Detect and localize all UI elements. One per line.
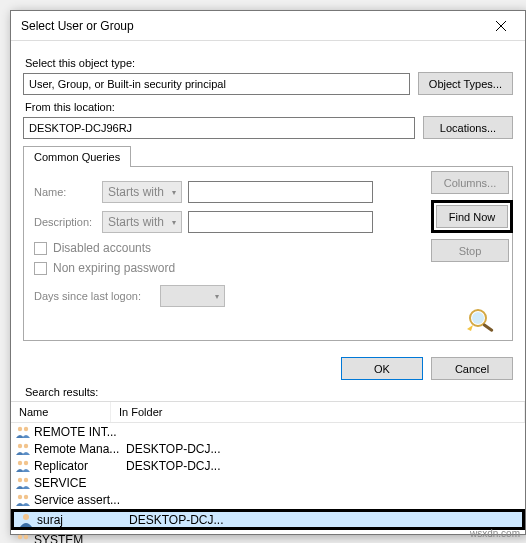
days-since-logon-combo[interactable]: ▾ xyxy=(160,285,225,307)
cell-folder: DESKTOP-DCJ... xyxy=(129,513,518,527)
cell-folder: DESKTOP-DCJ... xyxy=(126,442,521,456)
group-icon xyxy=(15,458,31,474)
name-mode-value: Starts with xyxy=(108,185,164,199)
table-row[interactable]: Service assert... xyxy=(11,491,525,508)
stop-button[interactable]: Stop xyxy=(431,239,509,262)
columns-button[interactable]: Columns... xyxy=(431,171,509,194)
select-user-group-dialog: Select User or Group Select this object … xyxy=(10,10,526,535)
results-table: Name In Folder REMOTE INT...Remote Mana.… xyxy=(11,401,525,543)
cell-name: Service assert... xyxy=(34,493,126,507)
location-field[interactable] xyxy=(23,117,415,139)
user-icon xyxy=(18,512,34,528)
svg-point-14 xyxy=(24,494,28,498)
description-mode-combo[interactable]: Starts with ▾ xyxy=(102,211,182,233)
cell-name: SYSTEM xyxy=(34,533,126,544)
close-icon xyxy=(496,21,506,31)
non-expiring-password-checkbox[interactable] xyxy=(34,262,47,275)
cell-name: Remote Mana... xyxy=(34,442,126,456)
chevron-down-icon: ▾ xyxy=(172,188,176,197)
group-icon xyxy=(15,475,31,491)
chevron-down-icon: ▾ xyxy=(215,292,219,301)
table-row[interactable]: surajDESKTOP-DCJ... xyxy=(11,509,525,530)
watermark: wsxdn.com xyxy=(470,528,520,539)
search-decorative-icon xyxy=(465,307,501,333)
name-input[interactable] xyxy=(188,181,373,203)
close-button[interactable] xyxy=(481,13,521,39)
action-buttons: OK Cancel xyxy=(11,357,513,380)
days-since-logon-label: Days since last logon: xyxy=(34,290,154,302)
right-buttons: Columns... Find Now Stop xyxy=(431,171,513,262)
table-row[interactable]: SYSTEM xyxy=(11,531,525,543)
svg-point-10 xyxy=(24,460,28,464)
svg-point-5 xyxy=(18,426,22,430)
table-row[interactable]: SERVICE xyxy=(11,474,525,491)
group-icon xyxy=(15,532,31,544)
find-now-button[interactable]: Find Now xyxy=(436,205,508,228)
tab-common-queries[interactable]: Common Queries xyxy=(23,146,131,167)
group-icon xyxy=(15,492,31,508)
svg-point-8 xyxy=(24,443,28,447)
search-results-label: Search results: xyxy=(25,386,525,398)
svg-point-16 xyxy=(18,534,22,538)
disabled-accounts-label: Disabled accounts xyxy=(53,241,151,255)
name-label: Name: xyxy=(34,186,96,198)
description-input[interactable] xyxy=(188,211,373,233)
svg-point-15 xyxy=(23,514,29,520)
svg-point-7 xyxy=(18,443,22,447)
svg-rect-4 xyxy=(482,323,494,332)
svg-point-12 xyxy=(24,477,28,481)
location-label: From this location: xyxy=(25,101,513,113)
cell-name: Replicator xyxy=(34,459,126,473)
description-mode-value: Starts with xyxy=(108,215,164,229)
disabled-accounts-checkbox[interactable] xyxy=(34,242,47,255)
cell-name: REMOTE INT... xyxy=(34,425,126,439)
cell-folder: DESKTOP-DCJ... xyxy=(126,459,521,473)
table-row[interactable]: ReplicatorDESKTOP-DCJ... xyxy=(11,457,525,474)
results-body[interactable]: REMOTE INT...Remote Mana...DESKTOP-DCJ..… xyxy=(11,423,525,543)
object-type-label: Select this object type: xyxy=(25,57,513,69)
find-now-highlight: Find Now xyxy=(431,200,513,233)
object-types-button[interactable]: Object Types... xyxy=(418,72,513,95)
group-icon xyxy=(15,441,31,457)
svg-point-17 xyxy=(24,534,28,538)
titlebar: Select User or Group xyxy=(11,11,525,41)
table-row[interactable]: Remote Mana...DESKTOP-DCJ... xyxy=(11,440,525,457)
column-header-folder[interactable]: In Folder xyxy=(111,402,525,422)
results-header: Name In Folder xyxy=(11,402,525,423)
non-expiring-password-label: Non expiring password xyxy=(53,261,175,275)
chevron-down-icon: ▾ xyxy=(172,218,176,227)
svg-point-9 xyxy=(18,460,22,464)
table-row[interactable]: REMOTE INT... xyxy=(11,423,525,440)
column-header-name[interactable]: Name xyxy=(11,402,111,422)
group-icon xyxy=(15,424,31,440)
svg-point-3 xyxy=(472,312,484,324)
object-type-field[interactable] xyxy=(23,73,410,95)
dialog-title: Select User or Group xyxy=(21,19,134,33)
svg-point-13 xyxy=(18,494,22,498)
svg-point-11 xyxy=(18,477,22,481)
ok-button[interactable]: OK xyxy=(341,357,423,380)
cancel-button[interactable]: Cancel xyxy=(431,357,513,380)
name-mode-combo[interactable]: Starts with ▾ xyxy=(102,181,182,203)
cell-name: suraj xyxy=(37,513,129,527)
cell-name: SERVICE xyxy=(34,476,126,490)
description-label: Description: xyxy=(34,216,96,228)
locations-button[interactable]: Locations... xyxy=(423,116,513,139)
svg-point-6 xyxy=(24,426,28,430)
